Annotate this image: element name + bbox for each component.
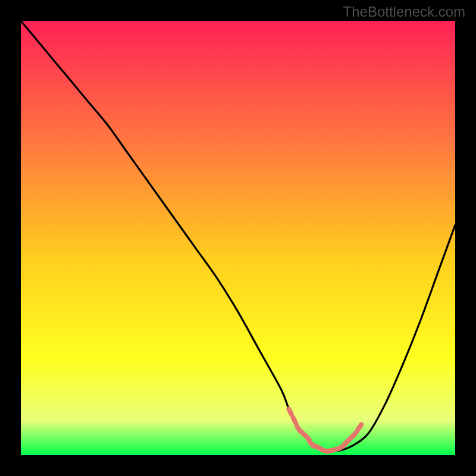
dash-segment — [353, 431, 357, 436]
watermark-text: TheBottleneck.com — [343, 4, 465, 20]
plot-area — [21, 21, 455, 455]
dash-segment — [293, 418, 296, 423]
dash-segment — [358, 424, 362, 429]
dash-group — [289, 409, 361, 452]
optimal-zone-dashes — [21, 21, 455, 455]
plot-frame — [21, 21, 455, 455]
dash-segment — [306, 436, 309, 440]
dash-segment — [289, 409, 291, 415]
